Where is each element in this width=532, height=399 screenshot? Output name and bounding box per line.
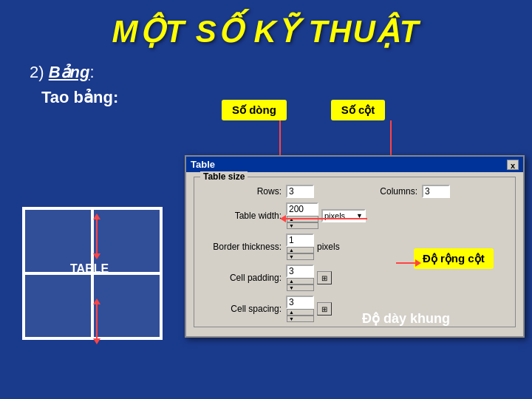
cell-padding-up[interactable]: ▲ bbox=[287, 278, 314, 284]
table-width-label: Table width: bbox=[200, 211, 282, 221]
cell-padding-down[interactable]: ▼ bbox=[287, 284, 314, 291]
do-day-khung-label: Độ dày khung bbox=[362, 310, 450, 327]
border-thickness-spinbox[interactable]: ▲ ▼ bbox=[286, 233, 314, 260]
table-label: TABLE bbox=[70, 262, 109, 276]
arrow-so-cot bbox=[390, 120, 392, 159]
cell-spacing-row: Cell spacing: ▲ ▼ ⊞ bbox=[200, 296, 509, 322]
cell-spacing-spinners[interactable]: ▲ ▼ bbox=[287, 309, 314, 322]
rows-spinbox[interactable] bbox=[286, 185, 314, 198]
bang-label: Bảng bbox=[49, 63, 90, 81]
dialog-close-button[interactable]: x bbox=[507, 160, 519, 170]
table-width-row: Table width: ▲ ▼ pixels ▼ bbox=[200, 202, 509, 229]
cell-padding-spinbox[interactable]: ▲ ▼ bbox=[286, 265, 314, 291]
colon: : bbox=[89, 63, 94, 81]
columns-input[interactable] bbox=[422, 185, 450, 198]
dialog-titlebar: Table x bbox=[186, 157, 523, 172]
border-thickness-unit: pixels bbox=[317, 242, 340, 252]
table-width-input[interactable] bbox=[286, 202, 318, 216]
cell-spacing-label: Cell spacing: bbox=[200, 304, 282, 314]
arrow-so-dong bbox=[279, 120, 281, 159]
table-width-spinbox[interactable]: ▲ ▼ bbox=[286, 202, 318, 229]
cell-padding-label: Cell padding: bbox=[200, 273, 282, 283]
rows-row: Rows: Columns: bbox=[200, 185, 509, 198]
table-size-title: Table size bbox=[200, 171, 248, 182]
border-thickness-spinners[interactable]: ▲ ▼ bbox=[287, 247, 314, 260]
page-title: MỘT SỐ KỸ THUẬT bbox=[0, 0, 532, 50]
cell-spacing-icon-btn[interactable]: ⊞ bbox=[317, 302, 332, 316]
columns-spinbox[interactable] bbox=[422, 185, 450, 198]
rows-input[interactable] bbox=[286, 185, 314, 198]
subtitle-section: 2) Bảng: bbox=[0, 50, 532, 86]
cell-spacing-up[interactable]: ▲ bbox=[287, 309, 314, 316]
arrow-rong-cot bbox=[396, 262, 417, 264]
table-dialog: Table x Table size Rows: Columns: Table … bbox=[185, 155, 525, 338]
cell-padding-spinners[interactable]: ▲ ▼ bbox=[287, 278, 314, 291]
cell-padding-input[interactable] bbox=[286, 265, 314, 278]
v-arrow-top bbox=[96, 218, 98, 255]
arrow-day-khung-h bbox=[284, 218, 367, 219]
border-thickness-input[interactable] bbox=[286, 233, 314, 247]
cell-spacing-down[interactable]: ▼ bbox=[287, 316, 314, 322]
rows-label: Rows: bbox=[200, 186, 282, 197]
border-up[interactable]: ▲ bbox=[287, 247, 314, 253]
border-down[interactable]: ▼ bbox=[287, 253, 314, 260]
cell-spacing-spinbox[interactable]: ▲ ▼ bbox=[286, 296, 314, 322]
columns-label: Columns: bbox=[336, 186, 417, 197]
cell-spacing-input[interactable] bbox=[286, 296, 314, 309]
labels-row: Số dòng Số cột bbox=[222, 100, 385, 120]
do-rong-cot-label: Độ rộng cột bbox=[414, 248, 494, 269]
table-illustration: TABLE bbox=[22, 207, 170, 347]
v-arrow-bottom bbox=[96, 303, 98, 340]
table-width-down[interactable]: ▼ bbox=[287, 222, 318, 229]
section-number: 2) bbox=[30, 63, 44, 81]
so-cot-label: Số cột bbox=[331, 100, 386, 120]
border-thickness-label: Border thickness: bbox=[200, 242, 282, 252]
table-cell bbox=[92, 273, 161, 338]
table-cell bbox=[24, 273, 92, 338]
so-dong-label: Số dòng bbox=[222, 100, 287, 120]
table-width-unit-dropdown[interactable]: pixels ▼ bbox=[321, 209, 366, 222]
dialog-title: Table bbox=[191, 159, 215, 170]
cell-padding-icon-btn[interactable]: ⊞ bbox=[317, 271, 332, 284]
